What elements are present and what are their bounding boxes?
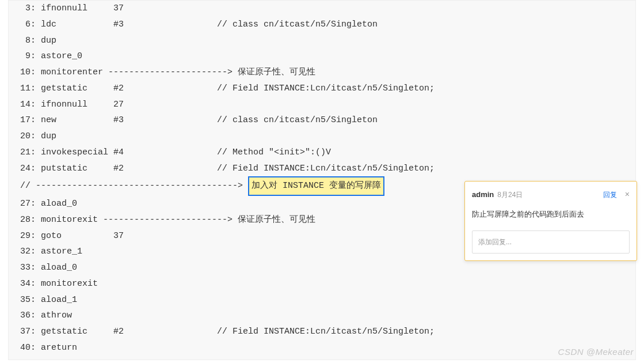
comment-author: admin [472, 188, 494, 202]
highlight-prefix: // -------------------------------------… [20, 181, 243, 191]
code-line: 14: ifnonnull 27 [20, 97, 624, 113]
comment-header: admin 8月24日 回复 × [465, 181, 637, 206]
comment-popup: admin 8月24日 回复 × 防止写屏障之前的代码跑到后面去 添加回复... [464, 181, 637, 261]
highlight-box: 加入对 INSTANCE 变量的写屏障 [248, 176, 384, 196]
code-line: 8: dup [20, 33, 624, 49]
code-line: 10: monitorenter -----------------------… [20, 65, 624, 81]
code-line: 3: ifnonnull 37 [20, 1, 624, 17]
code-line: 9: astore_0 [20, 48, 624, 65]
code-line: 36: athrow [20, 308, 624, 324]
reply-input[interactable]: 添加回复... [472, 230, 630, 254]
reply-link[interactable]: 回复 [603, 188, 617, 201]
code-line: 6: ldc #3 // class cn/itcast/n5/Singleto… [20, 17, 624, 33]
code-line: 17: new #3 // class cn/itcast/n5/Singlet… [20, 112, 624, 128]
code-line: 37: getstatic #2 // Field INSTANCE:Lcn/i… [20, 324, 624, 340]
code-line: 24: putstatic #2 // Field INSTANCE:Lcn/i… [20, 161, 624, 177]
code-line: 11: getstatic #2 // Field INSTANCE:Lcn/i… [20, 81, 624, 97]
code-line: 35: aload_1 [20, 292, 624, 308]
code-line: 20: dup [20, 128, 624, 145]
comment-body: 防止写屏障之前的代码跑到后面去 [465, 206, 637, 227]
code-block: 3: ifnonnull 37 6: ldc #3 // class cn/it… [8, 0, 636, 360]
code-line: 40: areturn [20, 340, 624, 356]
code-line: 33: aload_0 [20, 260, 624, 276]
close-icon[interactable]: × [625, 187, 630, 202]
comment-date: 8月24日 [497, 188, 523, 201]
code-line: 34: monitorexit [20, 276, 624, 292]
code-line: 21: invokespecial #4 // Method "<init>":… [20, 145, 624, 161]
